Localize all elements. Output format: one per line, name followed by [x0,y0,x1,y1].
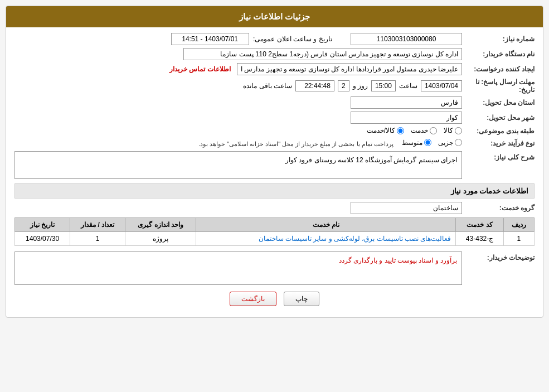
services-section-header: اطلاعات خدمات مورد نیاز [14,183,535,199]
service-group-label: گروه خدمت: [462,204,535,212]
category-value-area: کالا خدمت کالا/خدمت [14,127,462,136]
category-kala-label: کالا [444,127,453,134]
col-qty: تعداد / مقدار [70,218,125,232]
main-card: جزئیات اطلاعات نیاز شماره نیاز: 11030031… [6,6,543,318]
response-date: 1403/07/04 [421,80,462,91]
back-button[interactable]: بازگشت [230,292,276,306]
service-group-value-area: ساختمان [14,202,462,214]
need-desc-value: اجرای سیستم گرمایش آموزشگاه 12 کلاسه روس… [14,151,462,179]
category-label: طبقه بندی موضوعی: [462,127,535,135]
col-row: ردیف [503,218,534,232]
need-number-value: 1103003103000080 [351,33,462,45]
category-radio-kala[interactable] [455,127,462,134]
creator-row: ایجاد کننده درخواست: علیرضا حیدری مسئول … [14,63,535,75]
city-row: شهر محل تحویل: کوار [14,112,535,124]
category-radio-khedmat[interactable] [430,127,437,134]
city-label: شهر محل تحویل: [462,114,535,122]
response-deadline-row: مهلت ارسال پاسخ: تا تاریخ: 1403/07/04 سا… [14,78,535,94]
process-jozi-label: جزیی [438,139,453,147]
response-timer: 22:44:48 [295,80,334,91]
need-number-label: شماره نیاز: [462,35,535,43]
service-group-row: گروه خدمت: ساختمان [14,202,535,214]
card-body: شماره نیاز: 1103003103000080 تاریخ و ساع… [6,27,543,317]
announce-date-label: تاریخ و ساعت اعلان عمومی: [253,35,332,43]
buyer-comments-row: توضیحات خریدار: برآورد و اسناد پیوست تای… [14,251,535,285]
cell-date: 1403/07/30 [15,232,70,246]
col-date: تاریخ نیاز [15,218,70,232]
response-days: 2 [338,80,349,91]
cell-name: فعالیت‌های نصب تاسیسات برق، لوله‌کشی و س… [196,232,456,246]
process-value-area: جزیی متوسط پرداخت تمام یا بخشی از مبلغ خ… [14,139,462,148]
services-table-header-row: ردیف کد خدمت نام خدمت واحد اندازه گیری ت… [15,218,535,232]
category-both-label: کالا/خدمت [367,127,395,134]
city-value-area: کوار [14,112,462,124]
need-number-row: شماره نیاز: 1103003103000080 تاریخ و ساع… [14,33,535,45]
buyer-org-value-area: اداره کل نوسازی توسعه و تجهیز مدارس استا… [14,48,462,60]
services-table-head: ردیف کد خدمت نام خدمت واحد اندازه گیری ت… [15,218,535,232]
province-value: فارس [351,96,462,109]
process-radio-motevaset[interactable] [424,139,431,146]
process-radio-jozi[interactable] [455,139,462,146]
creator-value-area: علیرضا حیدری مسئول امور قراردادها اداره … [14,63,462,75]
process-motevaset-label: متوسط [402,139,422,147]
creator-value: علیرضا حیدری مسئول امور قراردادها اداره … [237,63,462,75]
service-group-value: ساختمان [351,202,462,214]
response-time: 15:00 [371,80,396,91]
category-radio-both[interactable] [397,127,404,134]
response-deadline-area: 1403/07/04 ساعت 15:00 روز و 2 22:44:48 س… [14,80,462,91]
process-note: پرداخت تمام یا بخشی از مبلغ خریدار از مح… [198,141,393,147]
need-desc-label: شرح کلی نیاز: [462,151,535,161]
buyer-org-value: اداره کل نوسازی توسعه و تجهیز مدارس استا… [183,48,462,60]
category-option-3: کالا/خدمت [367,127,404,134]
buyer-org-row: نام دستگاه خریدار: اداره کل نوسازی توسعه… [14,48,535,60]
category-radio-group: کالا خدمت کالا/خدمت [367,127,462,134]
services-table: ردیف کد خدمت نام خدمت واحد اندازه گیری ت… [14,217,535,246]
process-option-motevaset: متوسط [402,139,431,147]
buyer-org-label: نام دستگاه خریدار: [462,50,535,58]
category-option-1: کالا [444,127,462,134]
col-unit: واحد اندازه گیری [125,218,196,232]
table-row: 1 ج-432-43 فعالیت‌های نصب تاسیسات برق، ل… [15,232,535,246]
services-table-body: 1 ج-432-43 فعالیت‌های نصب تاسیسات برق، ل… [15,232,535,246]
city-value: کوار [351,112,462,124]
need-desc-row: شرح کلی نیاز: اجرای سیستم گرمایش آموزشگا… [14,151,535,179]
category-khedmat-label: خدمت [411,127,428,134]
col-code: کد خدمت [456,218,503,232]
response-time-label: ساعت [399,82,417,90]
print-button[interactable]: چاپ [284,292,319,306]
creator-link[interactable]: اطلاعات تماس خریدار [169,65,231,73]
process-row: نوع فرآیند خرید: جزیی متوسط پرداخت تمام … [14,139,535,148]
process-radio-group: جزیی متوسط [402,139,462,147]
cell-qty: 1 [70,232,125,246]
province-row: استان محل تحویل: فارس [14,96,535,109]
cell-row: 1 [503,232,534,246]
col-name: نام خدمت [196,218,456,232]
category-row: طبقه بندی موضوعی: کالا خدمت [14,127,535,136]
cell-code: ج-432-43 [456,232,503,246]
need-desc-value-area: اجرای سیستم گرمایش آموزشگاه 12 کلاسه روس… [14,151,462,179]
cell-unit: پروژه [125,232,196,246]
response-days-label: روز و [353,82,368,90]
buyer-comments-value-area: برآورد و اسناد پیوست تایید و بارگذاری گر… [14,251,462,285]
need-number-value-area: 1103003103000080 تاریخ و ساعت اعلان عموم… [14,33,462,45]
category-option-2: خدمت [411,127,437,134]
page-title: جزئیات اطلاعات نیاز [6,6,543,27]
announce-date-value: 1403/07/01 - 14:51 [171,33,249,45]
process-option-jozi: جزیی [438,139,462,147]
buyer-comments-label: توضیحات خریدار: [462,251,535,262]
creator-label: ایجاد کننده درخواست: [462,65,535,73]
page-container: جزئیات اطلاعات نیاز شماره نیاز: 11030031… [0,0,549,392]
response-timer-label: ساعت باقی مانده [243,82,292,90]
buyer-comments-value: برآورد و اسناد پیوست تایید و بارگذاری گر… [14,251,462,285]
response-deadline-label: مهلت ارسال پاسخ: تا تاریخ: [462,78,535,94]
province-value-area: فارس [14,96,462,109]
province-label: استان محل تحویل: [462,99,535,107]
process-label: نوع فرآیند خرید: [462,139,535,147]
button-area: چاپ بازگشت [14,292,535,312]
